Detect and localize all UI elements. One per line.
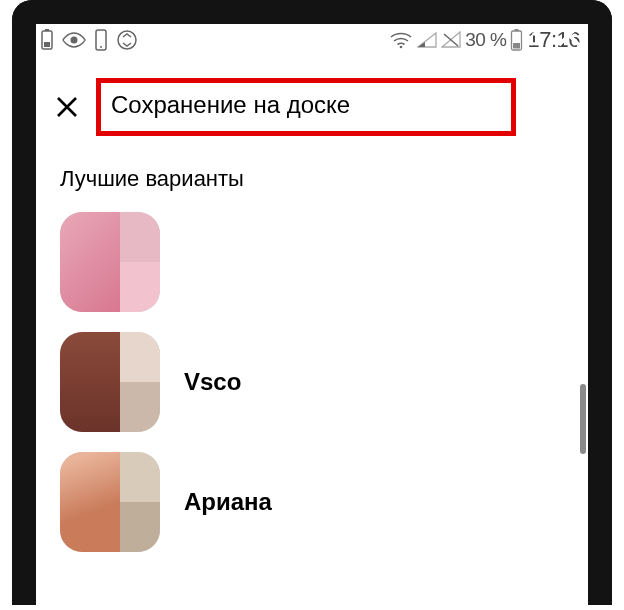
signal-icon — [417, 32, 437, 48]
sync-icon — [116, 29, 138, 51]
frame-controls — [518, 20, 584, 54]
page-title: Сохранение на доске — [111, 91, 501, 119]
battery-indicator-icon — [40, 29, 54, 51]
board-list: Vsco Ариана — [36, 202, 588, 602]
board-thumbnail — [60, 452, 160, 552]
board-name: Vsco — [184, 368, 241, 396]
section-label: Лучшие варианты — [36, 136, 588, 202]
svg-rect-2 — [44, 42, 50, 47]
device-frame: 30 % 17:16 Сохранение на доске Лучшие ва… — [12, 0, 612, 605]
no-sim-icon — [441, 31, 461, 49]
title-highlight-box: Сохранение на доске — [96, 78, 516, 136]
close-button[interactable] — [52, 92, 82, 122]
close-frame-icon[interactable] — [554, 20, 584, 54]
open-external-icon[interactable] — [518, 20, 548, 54]
svg-point-5 — [100, 46, 102, 48]
board-thumbnail — [60, 212, 160, 312]
svg-rect-1 — [45, 29, 49, 31]
phone-icon — [94, 29, 108, 51]
svg-point-3 — [71, 37, 78, 44]
board-item[interactable] — [54, 202, 570, 322]
wifi-icon — [389, 31, 413, 49]
scrollbar-thumb[interactable] — [580, 384, 586, 454]
board-item[interactable]: Ариана — [54, 442, 570, 562]
board-name: Ариана — [184, 488, 272, 516]
board-item[interactable]: Vsco — [54, 322, 570, 442]
battery-percent: 30 % — [465, 29, 506, 51]
header-row: Сохранение на доске — [36, 56, 588, 136]
status-bar: 30 % 17:16 — [36, 24, 588, 56]
svg-point-7 — [400, 46, 403, 49]
eye-icon — [62, 32, 86, 48]
board-thumbnail — [60, 332, 160, 432]
